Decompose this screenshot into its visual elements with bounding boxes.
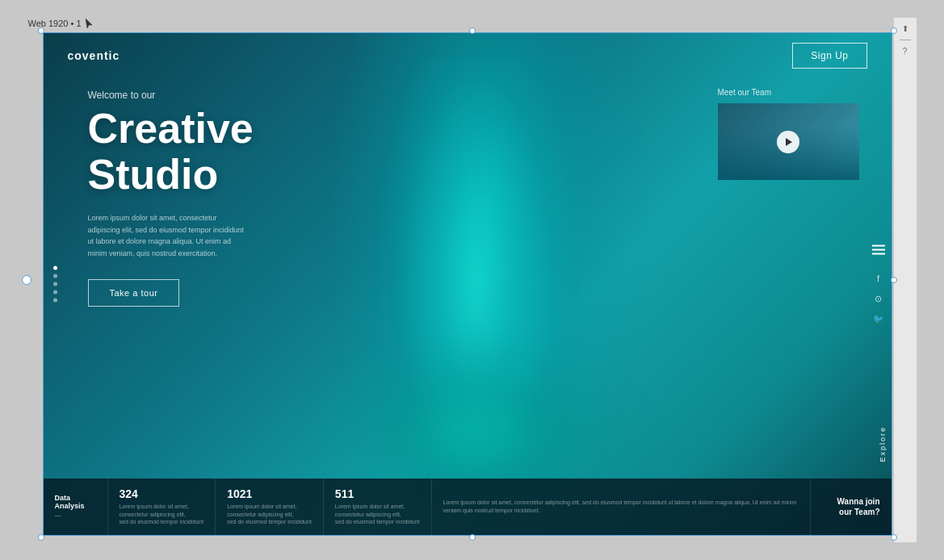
stat-number-3: 511: [335, 487, 420, 500]
team-section: Meet our Team: [718, 88, 859, 180]
dot-5[interactable]: [53, 299, 57, 303]
canvas-title: Web 1920 • 1: [28, 19, 82, 28]
share-icon[interactable]: ⬆: [902, 24, 908, 33]
handle-right-middle[interactable]: [891, 277, 897, 283]
stat-324: 324 Lorem ipsum dolor sit amet,consectet…: [108, 479, 216, 535]
handle-top-middle[interactable]: [469, 27, 476, 34]
wanna-join: Wanna joinour Team?: [811, 479, 892, 535]
hamburger-line-2: [872, 249, 885, 251]
dot-3[interactable]: [53, 282, 57, 286]
facebook-icon[interactable]: f: [877, 274, 879, 283]
stat-long-desc: Lorem ipsum dolor sit amet, consectetur …: [432, 479, 811, 535]
tour-button[interactable]: Take a tour: [88, 279, 180, 307]
hamburger-menu[interactable]: [872, 245, 885, 255]
question-icon[interactable]: ?: [903, 47, 908, 56]
dot-4[interactable]: [53, 290, 57, 295]
stat-1021: 1021 Lorem ipsum dolor sit amet,consecte…: [216, 479, 324, 535]
play-button[interactable]: [777, 131, 799, 153]
play-icon: [786, 138, 792, 146]
social-sidebar: f ⊙ 🐦: [866, 237, 892, 332]
title-line2: Studio: [88, 151, 219, 198]
dot-1[interactable]: [53, 266, 57, 270]
explore-text: Explore: [879, 426, 887, 462]
team-label: Meet our Team: [718, 88, 859, 97]
instagram-icon[interactable]: ⊙: [875, 295, 882, 303]
team-video-thumbnail[interactable]: [718, 103, 859, 180]
handle-bottom-left[interactable]: [38, 534, 44, 541]
main-title: Creative Studio: [88, 106, 254, 198]
handle-bottom-right[interactable]: [891, 534, 897, 541]
navbar: coventic Sign Up: [44, 33, 892, 77]
handle-bottom-middle[interactable]: [469, 534, 476, 541]
dot-navigation[interactable]: [53, 266, 57, 303]
stat-separator: —: [55, 512, 96, 519]
handle-top-right[interactable]: [891, 27, 897, 34]
stat-data-analysis: DataAnalysis —: [44, 479, 108, 535]
signup-button[interactable]: Sign Up: [792, 43, 866, 69]
wanna-join-text: Wanna joinour Team?: [837, 496, 880, 517]
stat-desc-3: Lorem ipsum dolor sit amet,consectetur a…: [335, 503, 420, 526]
stat-data-label: DataAnalysis: [55, 494, 96, 510]
canvas-label: Web 1920 • 1: [28, 18, 93, 29]
stats-bar: DataAnalysis — 324 Lorem ipsum dolor sit…: [44, 479, 892, 535]
stat-number-2: 1021: [227, 487, 312, 500]
right-sidebar-panel: ⬆ ?: [894, 18, 917, 542]
hero-description: Lorem ipsum dolor sit amet, consectetur …: [88, 212, 250, 259]
title-line1: Creative: [88, 105, 254, 152]
dot-2[interactable]: [53, 274, 57, 278]
stat-desc-long: Lorem ipsum dolor sit amet, consectetur …: [443, 499, 799, 515]
stat-511: 511 Lorem ipsum dolor sit amet,consectet…: [324, 479, 432, 535]
hamburger-line-1: [872, 245, 885, 247]
cursor-icon: [85, 18, 93, 29]
hamburger-line-3: [872, 253, 885, 255]
stat-desc-2: Lorem ipsum dolor sit amet,consectetur a…: [227, 503, 312, 526]
twitter-icon[interactable]: 🐦: [873, 315, 884, 324]
hero-content: Welcome to our Creative Studio Lorem ips…: [88, 90, 254, 307]
stat-number-1: 324: [120, 487, 204, 500]
website-frame: coventic Sign Up Welcome to our Creative…: [43, 32, 892, 536]
handle-left-middle[interactable]: [22, 275, 31, 285]
divider: [900, 40, 911, 40]
welcome-text: Welcome to our: [88, 90, 254, 101]
canvas-wrapper: Web 1920 • 1 coventic Sign Up: [28, 18, 917, 542]
smoke-effect-bottom: [298, 259, 654, 510]
stat-desc-1: Lorem ipsum dolor sit amet,consectetur a…: [120, 503, 204, 526]
logo: coventic: [68, 49, 120, 62]
handle-top-left[interactable]: [38, 27, 44, 34]
